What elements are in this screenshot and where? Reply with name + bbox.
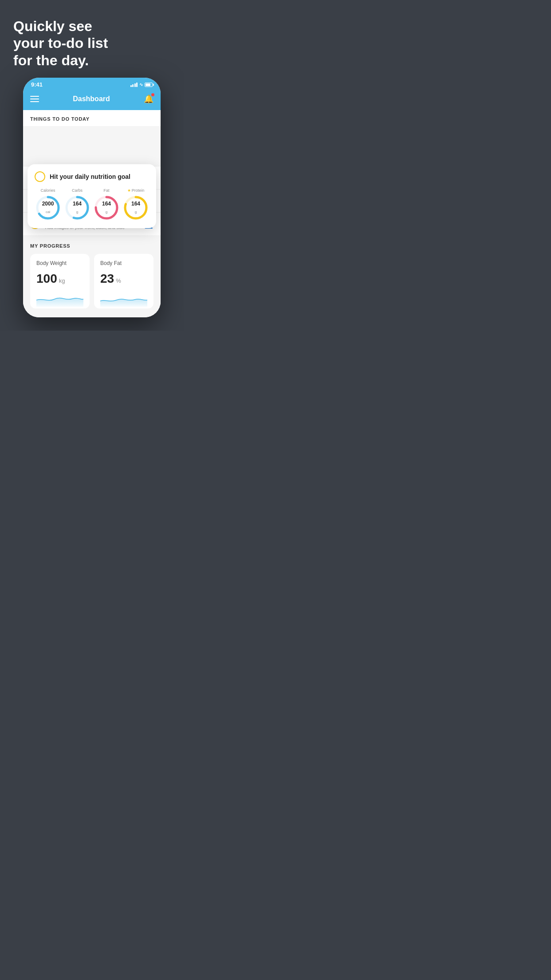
body-weight-card[interactable]: Body Weight 100 kg bbox=[30, 254, 90, 308]
protein-value: 164 bbox=[131, 201, 140, 207]
battery-icon bbox=[145, 83, 153, 87]
calories-unit: cal bbox=[46, 210, 50, 214]
fat-unit: g bbox=[106, 210, 107, 214]
nutrition-carbs: Carbs 164 g bbox=[64, 188, 91, 221]
nutrition-grid: Calories 2000 cal bbox=[35, 188, 149, 221]
notification-bell[interactable]: 🔔 bbox=[144, 94, 153, 104]
protein-circle: 164 g bbox=[122, 194, 149, 221]
phone-mockup: 9:41 ∿ Dashboard 🔔 bbox=[23, 78, 161, 317]
app-header: Dashboard 🔔 bbox=[23, 90, 161, 110]
body-fat-value: 23 bbox=[100, 272, 114, 286]
calories-label: Calories bbox=[40, 188, 55, 193]
nutrition-fat: Fat 164 g bbox=[93, 188, 120, 221]
progress-section-title: MY PROGRESS bbox=[30, 243, 153, 249]
task-circle-nutrition[interactable] bbox=[35, 171, 45, 182]
calories-circle: 2000 cal bbox=[35, 194, 61, 221]
body-weight-value-row: 100 kg bbox=[36, 272, 83, 286]
progress-cards: Body Weight 100 kg bbox=[30, 254, 153, 317]
body-fat-value-row: 23 % bbox=[100, 272, 147, 286]
fat-label: Fat bbox=[103, 188, 109, 193]
nutrition-card-title-row: Hit your daily nutrition goal bbox=[35, 171, 149, 182]
nutrition-protein: ★ Protein 164 g bbox=[122, 188, 149, 221]
body-fat-unit: % bbox=[116, 277, 121, 284]
nutrition-card-title: Hit your daily nutrition goal bbox=[50, 173, 130, 180]
carbs-unit: g bbox=[76, 210, 78, 214]
status-icons: ∿ bbox=[130, 82, 153, 87]
phone-container: 9:41 ∿ Dashboard 🔔 bbox=[0, 78, 184, 331]
carbs-label: Carbs bbox=[72, 188, 83, 193]
notification-dot bbox=[151, 93, 154, 96]
wifi-icon: ∿ bbox=[139, 82, 143, 87]
protein-label: ★ Protein bbox=[127, 188, 145, 193]
signal-icon bbox=[130, 83, 138, 87]
menu-button[interactable] bbox=[30, 96, 39, 102]
nutrition-card: Hit your daily nutrition goal Calories bbox=[28, 164, 156, 228]
fat-value: 164 bbox=[102, 201, 111, 207]
header-title: Dashboard bbox=[73, 95, 110, 103]
status-bar: 9:41 ∿ bbox=[23, 78, 161, 90]
things-to-do-header: THINGS TO DO TODAY bbox=[23, 110, 161, 126]
hero-title: Quickly see your to-do list for the day. bbox=[13, 18, 108, 69]
fat-circle: 164 g bbox=[93, 194, 120, 221]
status-time: 9:41 bbox=[31, 81, 43, 88]
app-content: THINGS TO DO TODAY Hit your daily nutrit… bbox=[23, 110, 161, 317]
page-wrapper: Quickly see your to-do list for the day.… bbox=[0, 0, 184, 331]
body-fat-chart bbox=[100, 291, 147, 307]
carbs-circle: 164 g bbox=[64, 194, 91, 221]
body-weight-chart bbox=[36, 291, 83, 307]
nutrition-calories: Calories 2000 cal bbox=[35, 188, 61, 221]
carbs-value: 164 bbox=[73, 201, 82, 207]
calories-value: 2000 bbox=[42, 201, 54, 207]
body-weight-value: 100 bbox=[36, 272, 57, 286]
body-fat-card[interactable]: Body Fat 23 % bbox=[94, 254, 153, 308]
body-weight-label: Body Weight bbox=[36, 260, 83, 266]
body-fat-label: Body Fat bbox=[100, 260, 147, 266]
hero-section: Quickly see your to-do list for the day. bbox=[0, 0, 121, 78]
body-weight-unit: kg bbox=[59, 277, 65, 284]
star-icon: ★ bbox=[127, 188, 131, 193]
progress-section: MY PROGRESS Body Weight 100 kg bbox=[23, 235, 161, 317]
protein-unit: g bbox=[135, 210, 137, 214]
